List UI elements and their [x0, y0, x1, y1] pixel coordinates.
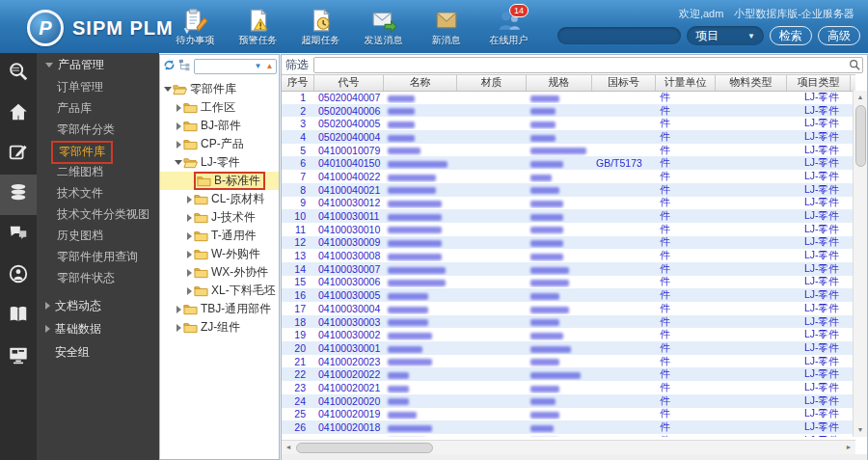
- sidebar-group-product-mgmt[interactable]: 产品管理: [37, 53, 159, 76]
- tree-node-3[interactable]: CP-产品: [160, 135, 279, 153]
- nav-edit-button[interactable]: [0, 134, 37, 175]
- col-header-3[interactable]: 材质: [457, 75, 527, 91]
- search-scope-dropdown[interactable]: 项目 ▼: [687, 26, 764, 45]
- col-header-2[interactable]: 名称: [384, 75, 457, 91]
- nav-fulltext-search-button[interactable]: [0, 53, 37, 94]
- sidebar-item-history-drawings[interactable]: 历史图档: [37, 225, 159, 246]
- sidebar-item-parts-classify[interactable]: 零部件分类: [37, 119, 159, 140]
- col-header-8[interactable]: 项目类型: [787, 75, 851, 91]
- table-row[interactable]: 1604100030005件LJ-零件E: [282, 288, 855, 302]
- table-row[interactable]: 1304100030008件LJ-零件E: [282, 249, 855, 262]
- tree-node-5[interactable]: B-标准件: [160, 172, 279, 190]
- col-header-9[interactable]: [851, 75, 855, 91]
- nav-monitor-button[interactable]: [0, 337, 37, 377]
- col-header-4[interactable]: 规格: [527, 75, 592, 91]
- locate-down-icon[interactable]: ▼: [253, 61, 263, 71]
- tree-node-10[interactable]: WX-外协件: [160, 263, 279, 282]
- col-header-5[interactable]: 国标号: [592, 75, 656, 91]
- scroll-right-icon[interactable]: ►: [842, 441, 855, 454]
- table-row[interactable]: 1904100030002件LJ-零件E: [282, 328, 855, 341]
- vscroll-thumb[interactable]: [855, 105, 866, 167]
- sidebar-group-doc-activity[interactable]: 文档动态: [37, 294, 159, 317]
- sidebar-item-2d-drawings[interactable]: 二维图档: [37, 161, 159, 182]
- hscroll-thumb[interactable]: [296, 443, 433, 453]
- table-row[interactable]: 1704100030004件LJ-零件E: [282, 302, 855, 315]
- tree-node-0[interactable]: 零部件库: [160, 80, 279, 98]
- tree-node-4[interactable]: LJ-零件: [160, 153, 279, 172]
- table-row[interactable]: 2304100020021件LJ-零件F: [282, 381, 855, 394]
- table-row[interactable]: 1104100030010件LJ-零件F: [282, 223, 855, 236]
- table-row[interactable]: 405020040004件LJ-零件L: [282, 130, 855, 144]
- nav-database-button[interactable]: [0, 175, 37, 215]
- table-row[interactable]: 904100030012件LJ-零件P: [282, 197, 855, 210]
- magnifier-icon[interactable]: [849, 59, 860, 70]
- table-row[interactable]: 2004100030001件LJ-零件L: [282, 341, 855, 355]
- tree-node-7[interactable]: J-技术件: [160, 208, 279, 227]
- search-button[interactable]: 检索: [770, 26, 812, 45]
- col-header-0[interactable]: 序号: [282, 75, 314, 91]
- table-row[interactable]: 305020040005件LJ-零件E: [282, 117, 855, 130]
- table-row[interactable]: 2104100020023件LJ-零件L: [282, 355, 855, 368]
- table-row[interactable]: 2504100020019件LJ-零件P: [282, 408, 855, 421]
- tree-view-icon[interactable]: [178, 58, 191, 75]
- tree-node-2[interactable]: BJ-部件: [160, 117, 279, 135]
- toolbar-item-new-messages[interactable]: 新消息: [415, 8, 477, 47]
- table-row[interactable]: 105020040007件LJ-零件E: [282, 91, 855, 104]
- col-header-6[interactable]: 计量单位: [656, 75, 716, 91]
- table-row[interactable]: 2604100020018件LJ-零件P: [282, 420, 855, 434]
- tree-search-input[interactable]: ▼ ▲: [194, 59, 277, 74]
- table-row[interactable]: 205020040006件LJ-零件E: [282, 104, 855, 118]
- item-type: LJ-零件: [791, 130, 839, 144]
- toolbar-item-todo-tasks[interactable]: 待办事项: [164, 8, 227, 47]
- col-header-7[interactable]: 物料类型: [716, 75, 787, 91]
- global-search-input[interactable]: [557, 27, 681, 44]
- nav-broadcast-button[interactable]: [0, 256, 37, 296]
- sidebar-item-parts-usage-query[interactable]: 零部件使用查询: [37, 246, 159, 267]
- table-row[interactable]: 1804100030003件LJ-零件E: [282, 315, 855, 329]
- sidebar-item-parts-status[interactable]: 零部件状态: [37, 267, 159, 288]
- unit: 件: [660, 407, 670, 419]
- table-row[interactable]: 604010040150GB/T5173件LJ-零件D: [282, 156, 855, 170]
- table-row[interactable]: 2404100020020件LJ-零件F: [282, 394, 855, 408]
- tree-node-8[interactable]: T-通用件: [160, 227, 279, 245]
- table-row[interactable]: 1004100030011件LJ-零件F: [282, 209, 855, 223]
- toolbar-item-send-message[interactable]: 发送消息: [352, 8, 415, 47]
- sidebar-item-order-mgmt[interactable]: 订单管理: [37, 76, 159, 97]
- vertical-scrollbar[interactable]: ▲ ▼: [853, 91, 867, 437]
- sidebar-item-tech-doc-class-view[interactable]: 技术文件分类视图: [37, 203, 159, 225]
- item-type: LJ-零件: [791, 223, 839, 236]
- filter-input[interactable]: [316, 58, 841, 72]
- scroll-left-icon[interactable]: ◄: [282, 441, 295, 454]
- nav-home-button[interactable]: [0, 94, 37, 134]
- nav-book-button[interactable]: [0, 296, 37, 337]
- tree-node-9[interactable]: W-外购件: [160, 245, 279, 263]
- sidebar-group-security[interactable]: 安全组: [37, 340, 159, 364]
- tree-node-6[interactable]: CL-原材料: [160, 190, 279, 208]
- sidebar-item-tech-docs[interactable]: 技术文件: [37, 182, 159, 203]
- toolbar-item-alert-tasks[interactable]: 预警任务: [227, 8, 289, 47]
- table-row[interactable]: 504100010079件LJ-零件L: [282, 144, 855, 157]
- locate-up-icon[interactable]: ▲: [264, 61, 275, 71]
- refresh-icon[interactable]: [163, 58, 176, 75]
- scroll-up-icon[interactable]: ▲: [854, 91, 867, 104]
- tree-node-1[interactable]: 工作区: [160, 98, 279, 117]
- col-header-1[interactable]: 代号: [314, 75, 384, 91]
- table-row[interactable]: 1404100030007件LJ-零件E: [282, 262, 855, 276]
- table-row[interactable]: 704100040022件LJ-零件F: [282, 170, 855, 183]
- table-row[interactable]: 1504100030006件LJ-零件E: [282, 276, 855, 289]
- tree-node-12[interactable]: TBJ-通用部件: [160, 300, 279, 318]
- table-row[interactable]: 2204100020022件LJ-零件D: [282, 367, 855, 381]
- sidebar-group-base-data[interactable]: 基础数据: [37, 317, 159, 340]
- tree-node-13[interactable]: ZJ-组件: [160, 318, 279, 337]
- advanced-search-button[interactable]: 高级: [818, 26, 860, 45]
- table-row[interactable]: 件LJ-零件: [282, 434, 855, 437]
- table-row[interactable]: 804100040021件LJ-零件F: [282, 183, 855, 197]
- table-row[interactable]: 1204100030009件LJ-零件E: [282, 236, 855, 250]
- toolbar-item-overdue-tasks[interactable]: 超期任务: [289, 8, 352, 47]
- sidebar-item-product-lib[interactable]: 产品库: [37, 97, 159, 119]
- nav-chat-button[interactable]: [0, 215, 37, 256]
- tree-node-11[interactable]: XL-下料毛坯: [160, 282, 279, 300]
- toolbar-item-online-users[interactable]: 在线用户14: [477, 8, 540, 47]
- horizontal-scrollbar[interactable]: ◄ ►: [282, 440, 855, 454]
- scroll-down-icon[interactable]: ▼: [854, 423, 867, 437]
